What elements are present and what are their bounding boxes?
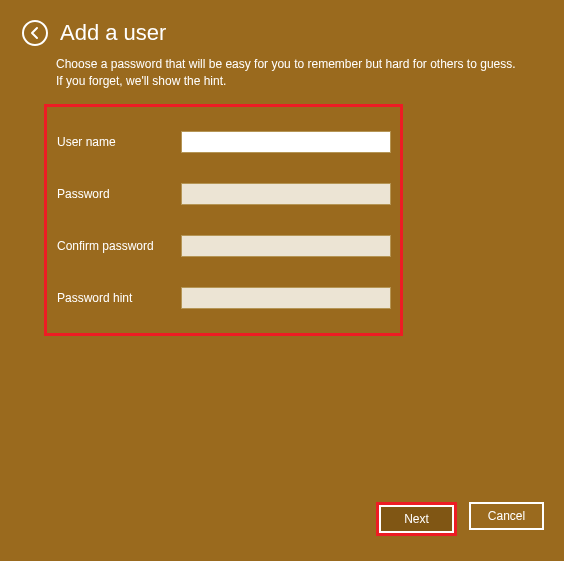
username-label: User name <box>55 135 181 149</box>
confirm-password-input[interactable] <box>181 235 391 257</box>
form-highlight-box: User name Password Confirm password Pass… <box>44 104 403 336</box>
field-row-password: Password <box>55 183 392 205</box>
field-row-confirm: Confirm password <box>55 235 392 257</box>
cancel-button[interactable]: Cancel <box>469 502 544 530</box>
field-row-username: User name <box>55 131 392 153</box>
password-hint-label: Password hint <box>55 291 181 305</box>
next-button-highlight: Next <box>376 502 457 536</box>
footer-actions: Next Cancel <box>376 502 544 536</box>
password-label: Password <box>55 187 181 201</box>
page-title: Add a user <box>60 20 166 46</box>
field-row-hint: Password hint <box>55 287 392 309</box>
password-hint-input[interactable] <box>181 287 391 309</box>
username-input[interactable] <box>181 131 391 153</box>
page-subtitle: Choose a password that will be easy for … <box>0 46 564 90</box>
password-input[interactable] <box>181 183 391 205</box>
confirm-password-label: Confirm password <box>55 239 181 253</box>
next-button[interactable]: Next <box>379 505 454 533</box>
arrow-left-icon <box>28 26 42 40</box>
back-button[interactable] <box>22 20 48 46</box>
